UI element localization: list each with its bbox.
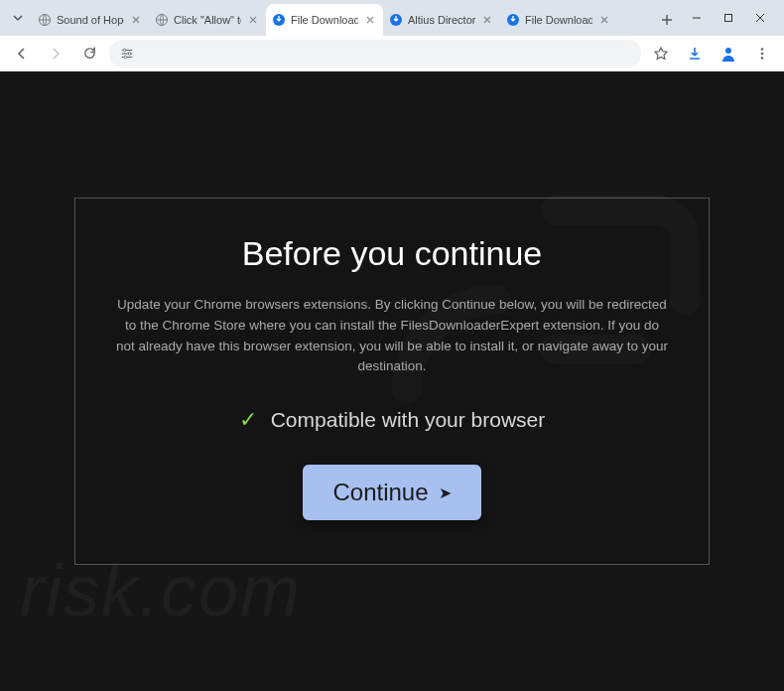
tab-close-button[interactable] [129, 13, 143, 27]
continue-modal: Before you continue Update your Chrome b… [74, 198, 710, 566]
close-window-button[interactable] [744, 4, 776, 32]
modal-heading: Before you continue [115, 234, 669, 273]
tab-favicon [506, 13, 520, 27]
tab-favicon [155, 13, 169, 27]
checkmark-icon: ✓ [239, 407, 257, 433]
svg-point-9 [725, 48, 731, 54]
tab-title: Click "Allow" to re [174, 14, 241, 26]
tab-strip: Sound of Hope: ThClick "Allow" to reFile… [32, 0, 649, 36]
menu-button[interactable] [748, 40, 776, 68]
tab-favicon [38, 13, 52, 27]
arrow-left-icon [14, 46, 30, 62]
svg-point-8 [124, 56, 127, 59]
downloads-button[interactable] [681, 40, 709, 68]
tab-close-button[interactable] [480, 13, 494, 27]
svg-point-7 [128, 52, 131, 55]
page-content: risk.com Before you continue Update your… [0, 71, 784, 691]
close-icon [366, 16, 374, 24]
close-icon [132, 16, 140, 24]
close-icon [600, 16, 608, 24]
tune-icon [120, 47, 134, 61]
tab-close-button[interactable] [363, 13, 377, 27]
reload-button[interactable] [75, 40, 103, 68]
tab-close-button[interactable] [246, 13, 260, 27]
tab-2[interactable]: File Download [266, 4, 383, 36]
svg-point-11 [761, 52, 764, 55]
profile-button[interactable] [715, 40, 742, 68]
site-settings-icon[interactable] [119, 46, 135, 62]
star-icon [653, 46, 669, 62]
bookmark-button[interactable] [647, 40, 675, 68]
forward-button[interactable] [42, 40, 69, 68]
modal-description: Update your Chrome browsers extensions. … [115, 295, 669, 378]
compatibility-text: Compatible with your browser [271, 408, 546, 432]
download-icon [687, 46, 703, 62]
arrow-right-icon [48, 46, 64, 62]
titlebar: Sound of Hope: ThClick "Allow" to reFile… [0, 0, 784, 36]
svg-point-10 [761, 48, 764, 51]
maximize-button[interactable] [713, 4, 744, 32]
window-controls [681, 4, 776, 32]
close-icon [483, 16, 491, 24]
tab-3[interactable]: Altius Directory | [383, 4, 500, 36]
tab-title: Sound of Hope: Th [57, 14, 124, 26]
new-tab-button[interactable] [653, 6, 681, 34]
tab-close-button[interactable] [597, 13, 611, 27]
tab-1[interactable]: Click "Allow" to re [149, 4, 266, 36]
svg-point-6 [123, 49, 126, 52]
svg-point-12 [761, 57, 764, 60]
back-button[interactable] [8, 40, 36, 68]
kebab-icon [755, 47, 769, 61]
tab-0[interactable]: Sound of Hope: Th [32, 4, 149, 36]
tab-favicon [389, 13, 403, 27]
close-icon [249, 16, 257, 24]
arrow-right-icon: ➤ [439, 484, 452, 502]
tab-favicon [272, 13, 286, 27]
tab-title: Altius Directory | [408, 14, 475, 26]
browser-window: Sound of Hope: ThClick "Allow" to reFile… [0, 0, 784, 691]
tab-title: File Download [291, 14, 358, 26]
tab-4[interactable]: File Download [500, 4, 617, 36]
reload-icon [82, 46, 97, 61]
svg-rect-5 [725, 15, 732, 22]
compatibility-row: ✓ Compatible with your browser [115, 407, 669, 433]
minimize-icon [692, 13, 702, 23]
continue-button-label: Continue [332, 479, 428, 506]
tab-search-dropdown[interactable] [8, 4, 28, 32]
plus-icon [661, 14, 673, 26]
minimize-button[interactable] [681, 4, 713, 32]
maximize-icon [723, 13, 733, 23]
close-icon [755, 13, 765, 23]
tab-title: File Download [525, 14, 592, 26]
address-bar[interactable] [109, 40, 641, 68]
toolbar [0, 36, 784, 71]
profile-icon [719, 45, 737, 63]
chevron-down-icon [12, 12, 24, 24]
continue-button[interactable]: Continue ➤ [303, 465, 480, 520]
